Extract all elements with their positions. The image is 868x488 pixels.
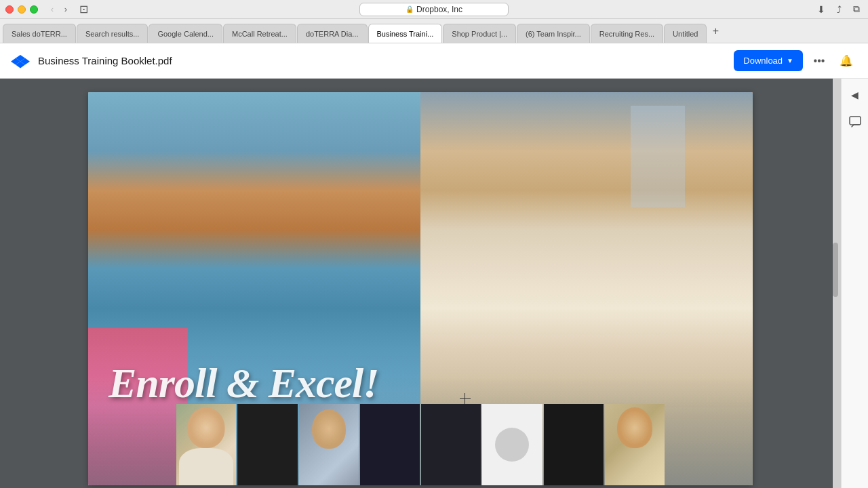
svg-point-1 xyxy=(507,437,517,447)
video-thumb-6[interactable] xyxy=(482,404,542,485)
tab-google-cal[interactable]: Google Calend... xyxy=(149,24,222,43)
tab-team-inspire[interactable]: (6) Team Inspir... xyxy=(517,24,590,43)
back-button[interactable]: ‹ xyxy=(46,3,58,16)
address-bar: 🔒 Dropbox, Inc xyxy=(359,3,509,16)
forward-button[interactable]: › xyxy=(60,3,72,16)
url-text: Dropbox, Inc xyxy=(416,5,462,14)
video-thumb-8[interactable] xyxy=(605,404,665,485)
traffic-lights xyxy=(5,5,38,14)
download-button[interactable]: Download ▼ xyxy=(734,50,803,71)
ellipsis-icon: ••• xyxy=(814,55,825,67)
main-content: Enroll & Excel! xyxy=(0,79,868,488)
enroll-text: Enroll & Excel! xyxy=(108,360,378,406)
comment-button[interactable] xyxy=(847,114,863,130)
notification-button[interactable]: 🔔 xyxy=(835,50,857,72)
scrollbar-track[interactable] xyxy=(833,79,841,488)
lock-icon: 🔒 xyxy=(406,5,414,13)
more-options-button[interactable]: ••• xyxy=(808,50,830,72)
file-title: Business Training Booklet.pdf xyxy=(38,55,726,66)
download-dropdown-arrow: ▼ xyxy=(787,57,793,64)
svg-rect-3 xyxy=(850,117,861,125)
window-icon[interactable]: ⧉ xyxy=(850,3,863,16)
new-tab-button[interactable]: + xyxy=(707,23,724,39)
title-bar: ‹ › ⊡ 🔒 Dropbox, Inc ⬇ ⤴ ⧉ xyxy=(0,0,868,19)
tab-untitled[interactable]: Untitled xyxy=(664,24,707,43)
right-sidebar: ◀ xyxy=(841,79,868,488)
video-strip xyxy=(176,404,665,485)
tab-search[interactable]: Search results... xyxy=(77,24,148,43)
collapse-icon: ◀ xyxy=(851,89,859,100)
tab-business-training[interactable]: Business Traini... xyxy=(368,24,443,43)
video-thumb-1[interactable] xyxy=(176,404,236,485)
svg-point-0 xyxy=(20,66,21,68)
video-thumb-3[interactable] xyxy=(299,404,359,485)
video-thumb-7[interactable] xyxy=(544,404,604,485)
face-8 xyxy=(617,407,652,448)
dropbox-logo xyxy=(11,52,30,70)
svg-point-2 xyxy=(504,447,520,455)
header-actions: Download ▼ ••• 🔔 xyxy=(734,50,857,72)
url-pill[interactable]: 🔒 Dropbox, Inc xyxy=(359,3,509,16)
building-bg xyxy=(631,106,685,207)
tabs-bar: Sales doTERR... Search results... Google… xyxy=(0,19,868,43)
maximize-button[interactable] xyxy=(30,5,38,14)
tab-shop-product[interactable]: Shop Product |... xyxy=(443,24,516,43)
app-header: Business Training Booklet.pdf Download ▼… xyxy=(0,43,868,79)
tab-sales[interactable]: Sales doTERR... xyxy=(3,24,76,43)
video-thumb-2[interactable] xyxy=(237,404,297,485)
close-button[interactable] xyxy=(5,5,14,14)
download-indicator-icon[interactable]: ⬇ xyxy=(815,3,827,16)
face-3 xyxy=(312,409,346,449)
collapse-sidebar-button[interactable]: ◀ xyxy=(847,87,863,103)
pdf-viewer[interactable]: Enroll & Excel! xyxy=(0,79,841,488)
tab-overview-button[interactable]: ⊡ xyxy=(76,2,91,17)
face-1 xyxy=(188,407,225,448)
tab-doterra-dia[interactable]: doTERRA Dia... xyxy=(297,24,368,43)
nav-buttons: ‹ › xyxy=(46,3,72,16)
body-1 xyxy=(179,448,233,485)
tab-recruiting[interactable]: Recruiting Res... xyxy=(591,24,663,43)
minimize-button[interactable] xyxy=(18,5,26,14)
tab-mccall[interactable]: McCall Retreat... xyxy=(223,24,296,43)
enroll-text-container: Enroll & Excel! xyxy=(108,359,753,407)
title-bar-right: ⬇ ⤴ ⧉ xyxy=(815,3,863,16)
avatar-placeholder xyxy=(495,428,529,462)
scrollbar-thumb[interactable] xyxy=(833,243,838,297)
share-icon[interactable]: ⤴ xyxy=(833,3,845,16)
comment-icon xyxy=(848,115,862,129)
bell-icon: 🔔 xyxy=(840,54,853,67)
video-thumb-4[interactable] xyxy=(360,404,420,485)
video-thumb-5[interactable] xyxy=(421,404,481,485)
pdf-page: Enroll & Excel! xyxy=(88,92,753,485)
